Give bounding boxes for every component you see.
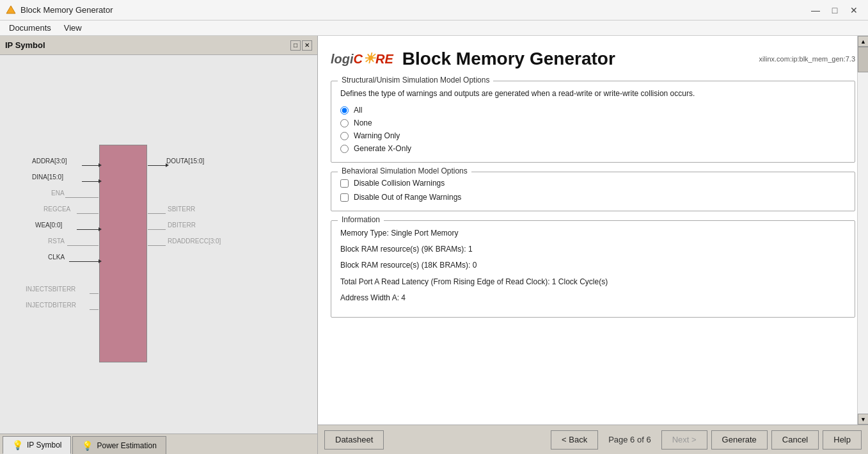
info-memory-type: Memory Type: Single Port Memory bbox=[340, 227, 846, 239]
power-icon: 💡 bbox=[82, 441, 93, 451]
help-button[interactable]: Help bbox=[823, 430, 862, 450]
menu-documents[interactable]: Documents bbox=[3, 22, 58, 34]
right-panel: logiC☀RE Block Memory Generator xilinx.c… bbox=[318, 36, 868, 454]
panel-buttons: □ ✕ bbox=[290, 40, 312, 51]
window-controls: — □ ✕ bbox=[807, 3, 863, 17]
information-legend: Information bbox=[338, 215, 384, 224]
right-content: logiC☀RE Block Memory Generator xilinx.c… bbox=[318, 36, 868, 425]
port-rsta: RSTA bbox=[48, 238, 65, 245]
next-button[interactable]: Next > bbox=[661, 430, 707, 450]
structural-radio-group: All None Warning Only Generate X-Only bbox=[340, 106, 846, 153]
tab-power-label: Power Estimation bbox=[97, 441, 156, 450]
panel-restore-button[interactable]: □ bbox=[290, 40, 301, 51]
main-layout: IP Symbol □ ✕ ADDRA[3:0] DINA[15:0] ENA bbox=[0, 36, 868, 454]
ip-block bbox=[99, 145, 147, 362]
ip-header-left: logiC☀RE Block Memory Generator bbox=[331, 49, 615, 69]
port-douta: DOUTA[15:0] bbox=[166, 158, 204, 165]
nav-bar: Datasheet < Back Page 6 of 6 Next > Gene… bbox=[318, 425, 868, 454]
port-regcea: REGCEA bbox=[43, 206, 70, 213]
svg-marker-0 bbox=[6, 6, 15, 13]
behavioral-section: Behavioral Simulation Model Options Disa… bbox=[331, 172, 855, 211]
menubar: Documents View bbox=[0, 20, 868, 36]
structural-desc: Defines the type of warnings and outputs… bbox=[340, 88, 846, 99]
close-button[interactable]: ✕ bbox=[845, 3, 863, 17]
cancel-button[interactable]: Cancel bbox=[771, 430, 819, 450]
panel-header: IP Symbol □ ✕ bbox=[0, 36, 317, 55]
ip-symbol-icon: 💡 bbox=[12, 440, 23, 450]
port-dbiterr: DBITERR bbox=[168, 222, 196, 229]
ip-symbol-container: ADDRA[3:0] DINA[15:0] ENA REGCEA WEA[0:0… bbox=[26, 93, 269, 401]
radio-none[interactable]: None bbox=[340, 118, 846, 127]
port-dina: DINA[15:0] bbox=[32, 174, 63, 181]
port-line-addra bbox=[82, 165, 99, 166]
port-addra: ADDRA[3:0] bbox=[32, 158, 67, 165]
port-line-rdaddrecc bbox=[148, 245, 166, 246]
scroll-thumb[interactable] bbox=[858, 47, 868, 72]
title-text: Block Memory Generator bbox=[20, 5, 807, 15]
back-button[interactable]: < Back bbox=[551, 430, 598, 450]
bottom-tabs: 💡 IP Symbol 💡 Power Estimation bbox=[0, 434, 317, 454]
port-line-injectsbiterr bbox=[90, 293, 99, 294]
port-line-dina bbox=[82, 181, 99, 182]
port-sbiterr: SBITERR bbox=[168, 206, 195, 213]
menu-view[interactable]: View bbox=[58, 22, 88, 34]
port-injectdbiterr: INJECTDBITERR bbox=[26, 302, 76, 309]
scroll-up-button[interactable]: ▲ bbox=[858, 36, 868, 47]
checkbox-disable-range[interactable]: Disable Out of Range Warnings bbox=[340, 193, 846, 202]
port-line-rsta bbox=[67, 245, 99, 246]
port-line-clka bbox=[69, 261, 99, 262]
port-injectsbiterr: INJECTSBITERR bbox=[26, 286, 75, 293]
app-icon bbox=[5, 4, 17, 16]
port-rdaddrecc: RDADDRECC[3:0] bbox=[168, 238, 221, 245]
maximize-button[interactable]: □ bbox=[826, 3, 844, 17]
port-line-sbiterr bbox=[148, 213, 166, 214]
panel-title: IP Symbol bbox=[5, 40, 45, 50]
scroll-down-button[interactable]: ▼ bbox=[858, 414, 868, 425]
tab-power-estimation[interactable]: 💡 Power Estimation bbox=[72, 436, 166, 454]
generate-button[interactable]: Generate bbox=[711, 430, 768, 450]
info-18k-bram: Block RAM resource(s) (18K BRAMs): 0 bbox=[340, 259, 846, 272]
port-line-dbiterr bbox=[148, 229, 166, 230]
ip-header: logiC☀RE Block Memory Generator xilinx.c… bbox=[331, 49, 855, 69]
port-line-injectdbiterr bbox=[90, 309, 99, 310]
port-line-douta bbox=[148, 165, 166, 166]
behavioral-legend: Behavioral Simulation Model Options bbox=[338, 166, 471, 175]
minimize-button[interactable]: — bbox=[807, 3, 825, 17]
radio-all[interactable]: All bbox=[340, 106, 846, 115]
datasheet-button[interactable]: Datasheet bbox=[324, 430, 384, 450]
port-clka: CLKA bbox=[48, 254, 65, 261]
tab-ip-symbol[interactable]: 💡 IP Symbol bbox=[3, 436, 71, 454]
page-info: Page 6 of 6 bbox=[602, 435, 658, 444]
ip-canvas: ADDRA[3:0] DINA[15:0] ENA REGCEA WEA[0:0… bbox=[0, 55, 317, 434]
ip-title: Block Memory Generator bbox=[402, 49, 615, 69]
radio-generate-x-only[interactable]: Generate X-Only bbox=[340, 144, 846, 153]
information-section: Information Memory Type: Single Port Mem… bbox=[331, 220, 855, 318]
left-panel: IP Symbol □ ✕ ADDRA[3:0] DINA[15:0] ENA bbox=[0, 36, 318, 454]
structural-legend: Structural/Unisim Simulation Model Optio… bbox=[338, 76, 493, 85]
checkbox-disable-collision[interactable]: Disable Collision Warnings bbox=[340, 179, 846, 188]
port-line-wea bbox=[77, 229, 99, 230]
structural-section: Structural/Unisim Simulation Model Optio… bbox=[331, 81, 855, 163]
info-9k-bram: Block RAM resource(s) (9K BRAMs): 1 bbox=[340, 243, 846, 255]
titlebar: Block Memory Generator — □ ✕ bbox=[0, 0, 868, 20]
port-line-regcea bbox=[77, 213, 99, 214]
info-read-latency: Total Port A Read Latency (From Rising E… bbox=[340, 276, 846, 288]
port-line-ena bbox=[65, 197, 99, 198]
port-wea: WEA[0:0] bbox=[35, 222, 62, 229]
tab-ip-symbol-label: IP Symbol bbox=[27, 441, 61, 450]
behavioral-checkbox-group: Disable Collision Warnings Disable Out o… bbox=[340, 179, 846, 202]
radio-warning-only[interactable]: Warning Only bbox=[340, 131, 846, 140]
info-address-width: Address Width A: 4 bbox=[340, 292, 846, 304]
scrollbar-track: ▲ ▼ bbox=[857, 36, 868, 425]
ip-version: xilinx.com:ip:blk_mem_gen:7.3 bbox=[759, 55, 855, 63]
logicore-logo: logiC☀RE bbox=[331, 52, 393, 66]
port-ena: ENA bbox=[51, 190, 65, 197]
panel-close-button[interactable]: ✕ bbox=[302, 40, 312, 51]
